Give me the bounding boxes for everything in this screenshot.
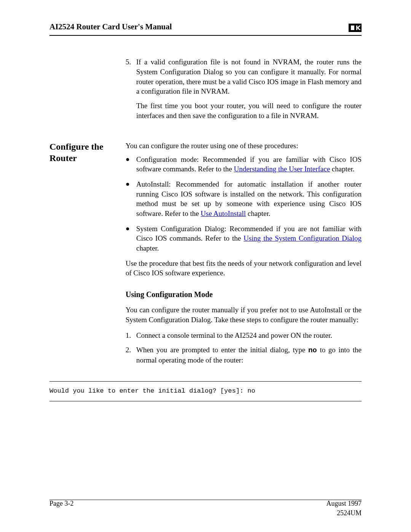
inline-code: no xyxy=(308,346,317,355)
list-followup-para: The first time you boot your router, you… xyxy=(136,101,362,120)
bullet-text-post: chapter. xyxy=(136,244,159,252)
section-configure-router: Configure the Router You can configure t… xyxy=(49,141,362,370)
footer-doc-number: 2524UM xyxy=(326,508,362,518)
bullet-icon: ● xyxy=(126,155,136,174)
company-logo-icon xyxy=(349,24,362,32)
svg-rect-0 xyxy=(349,24,362,32)
section-intro: You can configure the router using one o… xyxy=(126,141,362,151)
steps-list: 1. Connect a console terminal to the AI2… xyxy=(126,331,362,365)
list-number: 2. xyxy=(126,345,136,365)
bullet-text-post: chapter. xyxy=(330,165,354,173)
step-text: Connect a console terminal to the AI2524… xyxy=(136,331,362,340)
numbered-list-continuation: 5. If a valid configuration file is not … xyxy=(126,57,362,120)
list-item: 2. When you are prompted to enter the in… xyxy=(126,345,362,365)
list-item: ● Configuration mode: Recommended if you… xyxy=(126,155,362,174)
subsection-heading: Using Configuration Mode xyxy=(126,289,362,300)
subsection-para: You can configure the router manually if… xyxy=(126,305,362,324)
section-closing: Use the procedure that best fits the nee… xyxy=(126,259,362,278)
bullet-text-post: chapter. xyxy=(246,209,270,217)
list-item: 5. If a valid configuration file is not … xyxy=(126,57,362,120)
page-footer: Page 3-2 August 1997 2524UM xyxy=(49,499,362,518)
section-heading: Configure the Router xyxy=(49,141,122,164)
footer-date: August 1997 xyxy=(326,499,362,508)
footer-page-number: Page 3-2 xyxy=(49,499,73,518)
header-title: AI2524 Router Card User's Manual xyxy=(49,21,172,32)
link-system-config-dialog[interactable]: Using the System Configuration Dialog xyxy=(244,234,362,242)
list-number: 5. xyxy=(126,57,136,120)
list-item: 1. Connect a console terminal to the AI2… xyxy=(126,331,362,340)
bullet-icon: ● xyxy=(126,224,136,253)
bullet-list: ● Configuration mode: Recommended if you… xyxy=(126,155,362,253)
list-number: 1. xyxy=(126,331,136,340)
list-text: If a valid configuration file is not fou… xyxy=(136,58,362,95)
list-item: ● System Configuration Dialog: Recommend… xyxy=(126,224,362,253)
page-header: AI2524 Router Card User's Manual xyxy=(49,21,362,36)
bullet-icon: ● xyxy=(126,179,136,219)
link-understanding-ui[interactable]: Understanding the User Interface xyxy=(234,165,330,173)
list-item: ● AutoInstall: Recommended for automatic… xyxy=(126,179,362,219)
step-text-pre: When you are prompted to enter the initi… xyxy=(136,346,308,354)
content-block-continuation: 5. If a valid configuration file is not … xyxy=(49,57,362,125)
terminal-output: Would you like to enter the initial dial… xyxy=(49,381,362,401)
svg-rect-1 xyxy=(351,26,354,30)
link-use-autoinstall[interactable]: Use AutoInstall xyxy=(201,209,246,217)
